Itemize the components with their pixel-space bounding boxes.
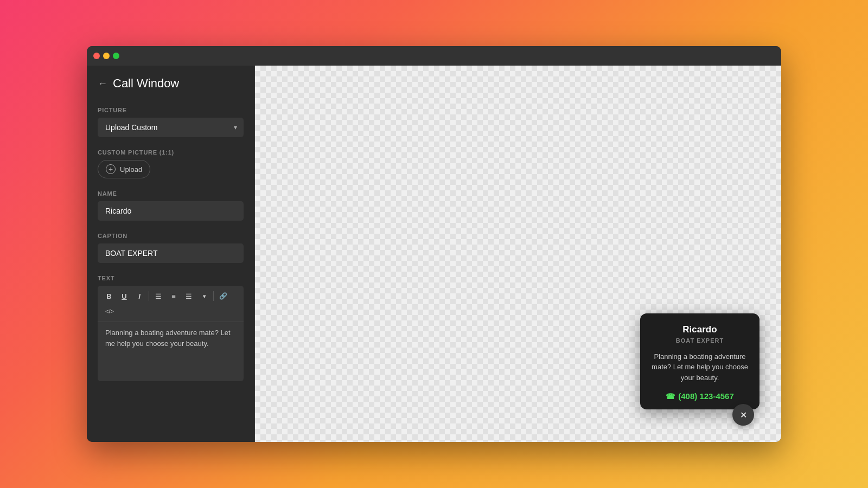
preview-area: Ricardo BOAT EXPERT Planning a boating a… <box>255 66 781 442</box>
sidebar: ← Call Window PICTURE Upload CustomDefau… <box>87 66 255 442</box>
widget-phone-number: (408) 123-4567 <box>678 391 734 401</box>
traffic-lights <box>93 53 119 59</box>
name-field-group: NAME <box>98 190 244 221</box>
text-field-group: TEXT B U I ☰ ≡ ☰ ▾ 🔗 </> P <box>98 275 244 383</box>
main-content: ← Call Window PICTURE Upload CustomDefau… <box>87 66 781 442</box>
close-float-button[interactable]: ✕ <box>732 404 754 426</box>
minimize-traffic-light[interactable] <box>103 53 110 59</box>
text-label: TEXT <box>98 275 244 281</box>
bullet-list-button[interactable]: ☰ <box>151 289 165 303</box>
caption-input[interactable] <box>98 243 244 263</box>
picture-select[interactable]: Upload CustomDefaultNone <box>98 118 244 137</box>
call-widget: Ricardo BOAT EXPERT Planning a boating a… <box>640 313 760 410</box>
picture-select-wrapper: Upload CustomDefaultNone ▾ <box>98 118 244 137</box>
toolbar-separator-1 <box>149 291 149 301</box>
text-textarea[interactable]: Planning a boating adventure mate? Let m… <box>98 322 244 381</box>
caption-label: CAPTION <box>98 233 244 239</box>
back-button[interactable]: ← <box>98 78 107 89</box>
plus-icon: + <box>106 164 116 174</box>
close-traffic-light[interactable] <box>93 53 100 59</box>
underline-button[interactable]: U <box>117 289 131 303</box>
upload-button[interactable]: + Upload <box>98 160 150 178</box>
text-toolbar: B U I ☰ ≡ ☰ ▾ 🔗 </> <box>98 286 244 322</box>
app-window: ← Call Window PICTURE Upload CustomDefau… <box>87 46 781 442</box>
titlebar <box>87 46 781 66</box>
name-label: NAME <box>98 190 244 197</box>
widget-phone[interactable]: ☎ (408) 123-4567 <box>649 391 751 401</box>
widget-text: Planning a boating adventure mate? Let m… <box>649 351 751 383</box>
close-icon: ✕ <box>740 410 747 420</box>
name-input[interactable] <box>98 201 244 221</box>
bold-button[interactable]: B <box>102 289 116 303</box>
page-title: Call Window <box>113 76 179 91</box>
align-chevron-button[interactable]: ▾ <box>197 289 211 303</box>
align-button[interactable]: ☰ <box>182 289 196 303</box>
phone-icon: ☎ <box>666 392 675 401</box>
widget-name: Ricardo <box>649 324 751 335</box>
custom-picture-label: CUSTOM PICTURE (1:1) <box>98 149 244 156</box>
sidebar-header: ← Call Window <box>98 76 244 91</box>
link-button[interactable]: 🔗 <box>216 289 231 303</box>
widget-caption: BOAT EXPERT <box>649 337 751 344</box>
picture-field-group: PICTURE Upload CustomDefaultNone ▾ <box>98 107 244 137</box>
ordered-list-button[interactable]: ≡ <box>167 289 181 303</box>
custom-picture-field-group: CUSTOM PICTURE (1:1) + Upload <box>98 149 244 178</box>
align-dropdown: ☰ ▾ <box>182 289 211 303</box>
italic-button[interactable]: I <box>132 289 146 303</box>
caption-field-group: CAPTION <box>98 233 244 263</box>
toolbar-separator-2 <box>213 291 214 301</box>
maximize-traffic-light[interactable] <box>113 53 119 59</box>
picture-label: PICTURE <box>98 107 244 113</box>
upload-btn-label: Upload <box>120 165 142 174</box>
code-button[interactable]: </> <box>102 304 117 318</box>
